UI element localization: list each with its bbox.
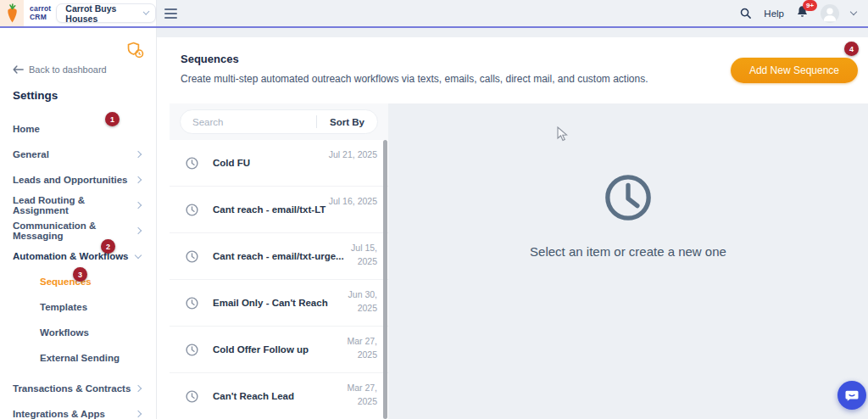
topbar-actions: Help 9+ xyxy=(739,4,868,23)
carrot-logo[interactable] xyxy=(0,0,24,26)
topbar: carrot CRM Carrot Buys Houses Help xyxy=(0,0,868,28)
user-avatar[interactable] xyxy=(821,4,839,23)
sidebar-item-general[interactable]: General xyxy=(0,142,156,167)
search-icon[interactable] xyxy=(739,7,752,20)
sidebar-item-automation-workflows[interactable]: Automation & Workflows xyxy=(0,243,156,269)
sequence-list: Cold FU Jul 21, 2025 Cant reach - email/… xyxy=(170,140,388,419)
annotation-badge-3: 3 xyxy=(73,267,87,282)
sequence-date: Jul 21, 2025 xyxy=(328,148,377,161)
sidebar-item-templates[interactable]: Templates xyxy=(0,294,156,320)
sidebar-item-integrations-apps[interactable]: Integrations & Apps xyxy=(0,401,156,419)
clock-icon xyxy=(185,389,199,404)
chevron-right-icon xyxy=(135,385,142,392)
annotation-badge-2: 2 xyxy=(101,239,115,254)
sequence-list-item[interactable]: Can't Reach Lead Mar 27, 2025 xyxy=(170,373,388,419)
sequence-name: Can't Reach Lead xyxy=(213,391,294,401)
sequence-list-item[interactable]: Cold FU Jul 21, 2025 xyxy=(170,140,388,187)
clock-icon xyxy=(185,296,199,310)
detail-empty-state: Select an item or create a new one xyxy=(388,103,868,419)
brand-name: carrot CRM xyxy=(30,5,51,21)
sidebar-item-lead-routing-assignment[interactable]: Lead Routing & Assignment xyxy=(0,193,156,218)
back-arrow-icon xyxy=(13,65,24,74)
notification-count-badge: 9+ xyxy=(803,0,817,11)
account-name: Carrot Buys Houses xyxy=(65,3,136,24)
empty-state-text: Select an item or create a new one xyxy=(530,244,726,259)
chevron-right-icon xyxy=(135,227,142,234)
account-selector[interactable]: Carrot Buys Houses xyxy=(56,3,156,23)
sequence-date: Jul 16, 2025 xyxy=(328,194,377,208)
sidebar-item-home[interactable]: Home xyxy=(0,116,156,142)
page-header: Sequences Create multi-step automated ou… xyxy=(157,37,868,103)
account-chevron-icon[interactable] xyxy=(850,8,857,15)
notifications-button[interactable]: 9+ xyxy=(796,5,809,22)
sequence-list-item[interactable]: Cold Offer Follow up Mar 27, 2025 xyxy=(170,327,388,373)
sidebar-title: Settings xyxy=(13,89,58,102)
sequence-date: Jun 30, 2025 xyxy=(328,288,377,316)
sidebar-item-leads-and-opportunities[interactable]: Leads and Opportunities xyxy=(0,167,156,193)
carrot-icon xyxy=(5,3,19,24)
back-to-dashboard-link[interactable]: Back to dashboard xyxy=(13,64,107,75)
settings-sidebar: Back to dashboard Settings Home General … xyxy=(0,28,157,419)
sequence-name: Cant reach - email/txt-LT xyxy=(213,204,326,215)
chat-smile-icon xyxy=(844,388,860,403)
menu-icon[interactable] xyxy=(164,8,177,19)
sidebar-item-workflows[interactable]: Workflows xyxy=(0,320,156,345)
sequence-name: Cold Offer Follow up xyxy=(213,344,309,355)
help-link[interactable]: Help xyxy=(764,8,784,19)
sequence-date: Jul 15, 2025 xyxy=(328,241,377,269)
chevron-right-icon xyxy=(135,411,142,417)
topbar-left: carrot CRM Carrot Buys Houses xyxy=(0,0,157,26)
sidebar-item-external-sending[interactable]: External Sending xyxy=(0,345,156,371)
sequence-date: Mar 27, 2025 xyxy=(328,381,377,409)
sequence-name: Cold FU xyxy=(213,158,250,168)
content-row: Sort By Cold FU Jul 21, 2025 xyxy=(157,103,868,419)
chevron-right-icon xyxy=(135,176,142,183)
clock-icon xyxy=(185,343,199,357)
chevron-down-icon xyxy=(142,8,149,15)
clock-icon xyxy=(185,156,199,170)
sequence-list-item[interactable]: Cant reach - email/txt-urge... Jul 15, 2… xyxy=(170,233,388,280)
sidebar-item-communication-messaging[interactable]: Communication & Messaging xyxy=(0,218,156,243)
search-input[interactable] xyxy=(181,117,316,127)
main-content: Sequences Create multi-step automated ou… xyxy=(157,28,868,419)
list-scrollbar[interactable] xyxy=(383,140,387,419)
shield-badge-icon[interactable] xyxy=(126,41,145,63)
sequence-list-panel: Sort By Cold FU Jul 21, 2025 xyxy=(170,103,388,419)
list-toolbar: Sort By xyxy=(170,103,388,140)
sequence-list-wrap: Sort By Cold FU Jul 21, 2025 xyxy=(157,103,388,419)
topbar-right: Help 9+ xyxy=(157,0,868,26)
add-new-sequence-button[interactable]: Add New Sequence xyxy=(731,58,858,83)
person-icon xyxy=(821,4,839,23)
chevron-right-icon xyxy=(135,202,142,209)
clock-icon xyxy=(185,249,199,264)
sequence-list-item[interactable]: Email Only - Can't Reach Jun 30, 2025 xyxy=(170,280,388,327)
sidebar-item-transactions-contracts[interactable]: Transactions & Contracts xyxy=(0,376,156,401)
app-window: carrot CRM Carrot Buys Houses Help xyxy=(0,0,868,419)
sequence-name: Cant reach - email/txt-urge... xyxy=(213,251,344,261)
search-bar: Sort By xyxy=(180,109,378,134)
chat-widget-button[interactable] xyxy=(837,381,866,410)
chevron-right-icon xyxy=(135,151,142,158)
annotation-badge-4: 4 xyxy=(844,42,859,56)
clock-icon xyxy=(185,203,199,217)
chevron-down-icon xyxy=(135,251,142,258)
sequence-name: Email Only - Can't Reach xyxy=(213,298,328,308)
sequence-date: Mar 27, 2025 xyxy=(328,334,377,362)
clock-icon-large xyxy=(604,173,653,222)
sequence-list-item[interactable]: Cant reach - email/txt-LT Jul 16, 2025 xyxy=(170,187,388,233)
sort-by-button[interactable]: Sort By xyxy=(317,117,377,127)
annotation-badge-1: 1 xyxy=(105,112,120,126)
